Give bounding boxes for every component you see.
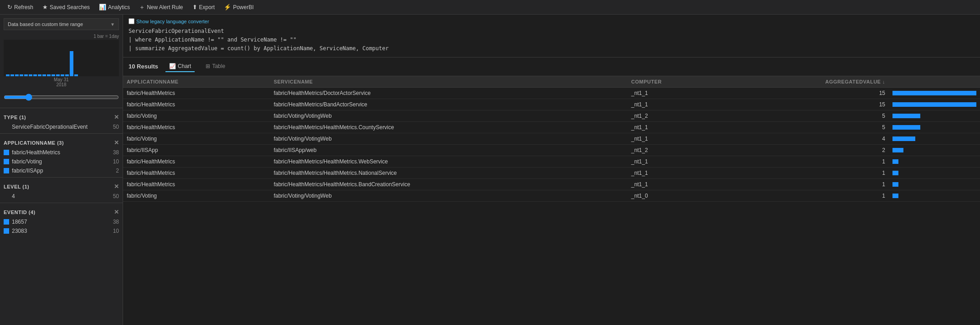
cell-bar <box>889 121 980 133</box>
bar-fill <box>892 148 903 152</box>
cell-computer: _nt1_2 <box>628 110 722 121</box>
results-table-wrapper: APPLICATIONNAME SERVICENAME COMPUTER AGG… <box>123 76 980 325</box>
filter-type-close[interactable]: ✕ <box>114 114 119 121</box>
plus-icon: ＋ <box>139 3 145 11</box>
query-area: Show legacy language converter ServiceFa… <box>123 15 980 58</box>
filter-level-name[interactable]: 4 <box>4 193 110 199</box>
cell-computer: _nt1_1 <box>628 87 722 99</box>
filter-section-type: TYPE (1) ✕ ServiceFabricOperationalEvent… <box>0 110 123 131</box>
cell-computer: _nt1_0 <box>628 190 722 201</box>
table-row: fabric/Voting fabric/Voting/VotingWeb _n… <box>123 190 980 201</box>
histogram-chart <box>4 40 119 76</box>
cell-bar <box>889 87 980 99</box>
filter-type-name[interactable]: ServiceFabricOperationalEvent <box>4 124 110 130</box>
cell-servicename: fabric/HealthMetrics/HealthMetrics.BandC… <box>270 178 627 190</box>
col-bar <box>889 76 980 88</box>
filter-type-count: 50 <box>110 124 119 130</box>
time-range-label: Data based on custom time range <box>8 21 83 27</box>
main-layout: Data based on custom time range ▼ 1 bar … <box>0 15 980 325</box>
tab-chart[interactable]: 📈 Chart <box>165 61 195 72</box>
divider <box>0 177 123 178</box>
filter-level-item: 4 50 <box>4 192 119 201</box>
cell-bar <box>889 110 980 121</box>
cell-bar <box>889 167 980 178</box>
cell-applicationname: fabric/Voting <box>123 133 270 144</box>
filter-type-item: ServiceFabricOperationalEvent 50 <box>4 122 119 131</box>
bar-fill <box>892 102 976 107</box>
filter-section-level: LEVEL (1) ✕ 4 50 <box>0 179 123 201</box>
results-area: 10 Results 📈 Chart ⊞ Table APPLICATIONNA… <box>123 58 980 325</box>
cell-aggregatedvalue: 2 <box>722 144 889 156</box>
saved-searches-button[interactable]: ★ Saved Searches <box>39 2 93 12</box>
histogram-bar-label: 1 bar = 1day <box>4 34 119 39</box>
hist-bar <box>33 74 37 76</box>
hist-bar <box>61 74 64 76</box>
filter-eventid-name-2[interactable]: 23083 <box>12 228 107 234</box>
filter-eventid-name-1[interactable]: 18657 <box>12 219 107 225</box>
cell-applicationname: fabric/IISApp <box>123 144 270 156</box>
cell-servicename: fabric/HealthMetrics/DoctorActorService <box>270 87 627 99</box>
cell-aggregatedvalue: 1 <box>722 167 889 178</box>
hist-bar <box>20 74 23 76</box>
cell-aggregatedvalue: 5 <box>722 121 889 133</box>
cell-applicationname: fabric/Voting <box>123 190 270 201</box>
new-alert-button[interactable]: ＋ New Alert Rule <box>135 1 186 13</box>
histogram-date-label: May 31 2018 <box>4 76 119 88</box>
filter-appname-name-3[interactable]: fabric/IISApp <box>12 168 107 174</box>
time-range-slider[interactable] <box>0 92 123 106</box>
filter-level-close[interactable]: ✕ <box>114 183 119 190</box>
table-tab-icon: ⊞ <box>206 63 210 69</box>
right-panel: Show legacy language converter ServiceFa… <box>123 15 980 325</box>
analytics-button[interactable]: 📊 Analytics <box>95 2 134 12</box>
hist-bar <box>15 74 19 76</box>
cell-computer: _nt1_1 <box>628 178 722 190</box>
query-text[interactable]: ServiceFabricOperationalEvent | where Ap… <box>129 27 975 53</box>
hist-bar <box>47 74 51 76</box>
divider <box>0 108 123 108</box>
cell-computer: _nt1_1 <box>628 167 722 178</box>
filter-eventid-close[interactable]: ✕ <box>114 209 119 215</box>
table-row: fabric/HealthMetrics fabric/HealthMetric… <box>123 178 980 190</box>
filter-swatch <box>4 228 9 234</box>
cell-computer: _nt1_1 <box>628 121 722 133</box>
time-range-selector[interactable]: Data based on custom time range ▼ <box>4 18 119 30</box>
results-header: 10 Results 📈 Chart ⊞ Table <box>123 58 980 76</box>
export-icon: ⬆ <box>192 4 197 10</box>
filter-eventid-count-1: 38 <box>110 219 119 225</box>
legacy-toggle[interactable]: Show legacy language converter <box>129 18 975 24</box>
filter-appname-item-2: fabric/Voting 10 <box>4 157 119 166</box>
cell-applicationname: fabric/HealthMetrics <box>123 156 270 167</box>
filter-swatch <box>4 150 9 155</box>
filter-level-header: LEVEL (1) ✕ <box>4 179 119 192</box>
tab-table[interactable]: ⊞ Table <box>202 61 229 72</box>
filter-appname-item-1: fabric/HealthMetrics 38 <box>4 148 119 157</box>
hist-bar <box>74 74 78 76</box>
hist-bar <box>6 74 10 76</box>
table-row: fabric/HealthMetrics fabric/HealthMetric… <box>123 167 980 178</box>
bar-fill <box>892 114 920 118</box>
cell-applicationname: fabric/HealthMetrics <box>123 121 270 133</box>
results-count: 10 Results <box>129 63 158 70</box>
range-slider-input[interactable] <box>4 94 119 101</box>
col-servicename: SERVICENAME <box>270 76 627 88</box>
filter-level-count: 50 <box>110 193 119 199</box>
cell-servicename: fabric/HealthMetrics/BandActorService <box>270 99 627 110</box>
cell-aggregatedvalue: 1 <box>722 190 889 201</box>
filter-appname-name-1[interactable]: fabric/HealthMetrics <box>12 149 107 156</box>
filter-appname-close[interactable]: ✕ <box>114 139 119 146</box>
export-button[interactable]: ⬆ Export <box>189 2 219 12</box>
filter-eventid-item-1: 18657 38 <box>4 217 119 226</box>
cell-servicename: fabric/Voting/VotingWeb <box>270 110 627 121</box>
filter-appname-name-2[interactable]: fabric/Voting <box>12 158 107 165</box>
bar-fill <box>892 136 915 141</box>
divider <box>0 203 123 203</box>
refresh-button[interactable]: ↻ Refresh <box>4 2 37 12</box>
powerbi-button[interactable]: ⚡ PowerBI <box>220 2 257 12</box>
filter-appname-item-3: fabric/IISApp 2 <box>4 166 119 175</box>
cell-servicename: fabric/IISApp/web <box>270 144 627 156</box>
cell-aggregatedvalue: 15 <box>722 87 889 99</box>
bar-fill <box>892 91 976 95</box>
cell-computer: _nt1_1 <box>628 133 722 144</box>
hist-bar <box>24 74 28 76</box>
legacy-checkbox[interactable] <box>129 18 134 24</box>
